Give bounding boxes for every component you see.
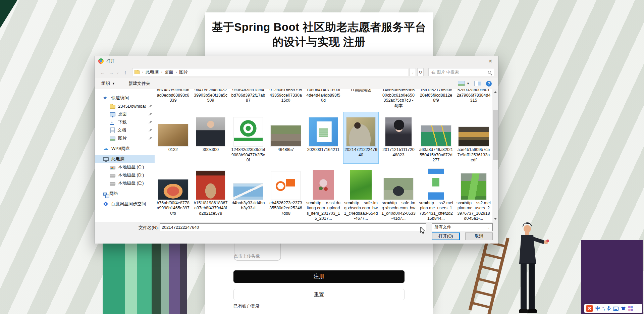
breadcrumb[interactable]: › 此电脑 › 桌面 › 图片 (132, 68, 408, 76)
file-item[interactable]: b76abf00f4e8778a9998b1465e3970fb (156, 167, 191, 222)
new-folder-button[interactable]: 新建文件夹 (128, 81, 150, 87)
view-mode-button[interactable]: ▼ (458, 81, 470, 86)
stripe (180, 238, 187, 314)
file-item[interactable]: 20200317164211 (306, 112, 341, 163)
file-thumbnail (309, 117, 338, 146)
file-item[interactable]: 8b74a7e9fc90f0bad0edbd63893c6339 (156, 89, 191, 109)
sidebar-item[interactable]: 本地磁盘 (C:) (95, 163, 155, 171)
file-item[interactable]: eb4526273e237335580d2ed252467db8 (268, 167, 303, 222)
file-item[interactable]: aae4b1a609b7c57c9aff12536133aedf (456, 112, 491, 163)
stripe (137, 238, 152, 314)
file-item[interactable]: 300x300 (193, 112, 228, 163)
file-item[interactable]: 4648857 (268, 112, 303, 163)
file-item[interactable]: 15a1c5217b5c0c20ef65f9cd8812e8f9 (419, 89, 453, 109)
download-icon (110, 119, 115, 125)
file-type-filter[interactable]: 所有文件 ⌄ (432, 223, 493, 231)
file-item[interactable]: 124842d23b052ef9083b90477b2f5c0f (231, 112, 266, 163)
file-name: 52c002ab00c8012a79666f78384d4315 (456, 89, 491, 103)
sidebar-item[interactable]: 下载 (95, 118, 155, 126)
sidebar-item[interactable]: 图片 (95, 134, 155, 142)
file-thumbnail-box (461, 167, 486, 200)
file-item[interactable]: src=http__safe-img.xhscdn.com_bw1_c4edba… (343, 167, 378, 222)
sidebar-item[interactable]: 百度网盘同步空间 (95, 200, 155, 208)
file-item[interactable]: 14ce50d5d559b600cb3c61b0e650352ac75cb7c3… (381, 89, 416, 109)
network-icon (103, 193, 107, 196)
search-input[interactable]: 在 图片 中搜索 (428, 68, 494, 76)
register-button[interactable]: 注册 (233, 270, 405, 283)
sidebar-item[interactable]: 文档 (95, 126, 155, 134)
up-button[interactable]: ↑ (121, 69, 129, 75)
back-button[interactable]: ← (99, 69, 106, 75)
scrollbar-thumb[interactable] (493, 110, 498, 160)
file-item[interactable]: src=http__c-ssl.duitang.com_uploads_item… (306, 167, 341, 222)
close-icon[interactable]: ✕ (487, 58, 494, 64)
address-dropdown-icon[interactable]: ⌄ (410, 68, 416, 76)
ime-toolbar[interactable]: S 中 °, (584, 304, 642, 313)
file-item[interactable]: 9c0e4b3fca1acf4bd786d3972f17ab87 (231, 89, 266, 109)
reset-button[interactable]: 重置 (233, 289, 405, 300)
skin-shirt-icon[interactable] (621, 306, 626, 311)
login-link[interactable]: 已有账户登录 (233, 303, 260, 309)
grid-scrollbar[interactable] (492, 89, 498, 222)
file-name: 2021472122247640 (343, 147, 378, 158)
sidebar-item[interactable]: 本地磁盘 (E:) (95, 179, 155, 187)
file-item[interactable]: 52c002ab00c8012a79666f78384d4315 (456, 89, 491, 109)
file-thumbnail-box (384, 167, 413, 200)
star-icon (103, 95, 109, 101)
stripe (161, 238, 169, 314)
keyboard-icon[interactable] (613, 307, 619, 311)
microphone-icon[interactable] (607, 306, 611, 311)
file-thumbnail-box (428, 167, 444, 200)
breadcrumb-pictures[interactable]: 图片 (179, 69, 188, 75)
chinese-mode-icon[interactable]: 中 (595, 306, 600, 312)
sidebar-item[interactable]: 快速访问 (95, 94, 155, 102)
open-button[interactable]: 打开(O) (432, 232, 460, 240)
drive-c-icon (110, 166, 115, 169)
file-item[interactable]: 10b0b414071e03f4de4d4a4db893f50d (306, 89, 341, 109)
history-chevron-icon[interactable]: ⌄ (116, 70, 120, 74)
file-item[interactable]: src=http__safe-img.xhscdn.com_bw1_d40d00… (381, 167, 416, 222)
file-name: d4bnb3y33zid4bnb3y33zi (231, 201, 266, 211)
file-item[interactable]: 2021472122247640 (343, 112, 378, 163)
sidebar-item[interactable]: 2345Download (95, 102, 155, 110)
cancel-button[interactable]: 取消 (465, 232, 493, 240)
refresh-icon[interactable]: ↻ (417, 68, 424, 76)
sidebar-item-label: 百度网盘同步空间 (111, 201, 152, 207)
pc-icon (103, 157, 109, 161)
file-name: src=http__c-ssl.duitang.com_uploads_item… (306, 201, 341, 221)
sidebar-item[interactable]: 网络 (95, 190, 155, 198)
preview-pane-icon[interactable] (474, 81, 481, 86)
file-thumbnail (234, 117, 263, 146)
help-icon[interactable]: ? (486, 81, 492, 87)
file-item[interactable]: src=http__ss2.meipian.me_users_17354431_… (419, 167, 453, 222)
sidebar-item[interactable]: 桌面 (95, 110, 155, 118)
file-item[interactable]: b151f8198618367a37eb8f4379d48fd2b21ce578 (193, 167, 228, 222)
organize-button[interactable]: 组织 ▼ (101, 81, 115, 87)
file-item[interactable]: 9a41ee2c4dd03239903b5e0f13a5c509 (193, 89, 228, 109)
file-thumbnail (271, 125, 301, 146)
file-item[interactable]: a63a3d746a32f21550415b70a872d277 (419, 112, 453, 163)
file-item[interactable]: 912b0b1665979543359cce07330a15c0 (268, 89, 303, 109)
sidebar-item[interactable]: 本地磁盘 (D:) (95, 171, 155, 179)
file-name: a63a3d746a32f21550415b70a872d277 (419, 147, 453, 163)
file-item[interactable]: d4bnb3y33zid4bnb3y33zi (231, 167, 266, 222)
sidebar-item[interactable]: WPS网盘 (95, 145, 155, 153)
scroll-down-icon[interactable] (492, 216, 498, 222)
file-item[interactable]: 11期期聚团 (343, 89, 378, 109)
file-item[interactable]: src=http__ss2.meipian.me_users_23976737_… (456, 167, 491, 222)
chrome-icon (98, 58, 104, 64)
stripe (103, 238, 125, 314)
sogou-logo-icon[interactable]: S (586, 305, 593, 312)
filename-input[interactable] (160, 223, 426, 231)
sidebar-item[interactable]: 此电脑 (95, 155, 155, 163)
scroll-up-icon[interactable] (492, 89, 498, 95)
file-name: eb4526273e237335580d2ed252467db8 (268, 201, 303, 216)
toolbox-icon[interactable] (628, 306, 633, 311)
file-item[interactable]: 0122 (156, 112, 191, 163)
breadcrumb-desktop[interactable]: 桌面 (165, 69, 173, 75)
file-item[interactable]: 2017121511172048823 (381, 112, 416, 163)
punctuation-icon[interactable]: °, (602, 306, 604, 311)
dialog-titlebar[interactable]: 打开 ✕ (95, 56, 498, 66)
breadcrumb-this-pc[interactable]: 此电脑 (146, 69, 159, 75)
forward-button[interactable]: → (108, 69, 115, 75)
